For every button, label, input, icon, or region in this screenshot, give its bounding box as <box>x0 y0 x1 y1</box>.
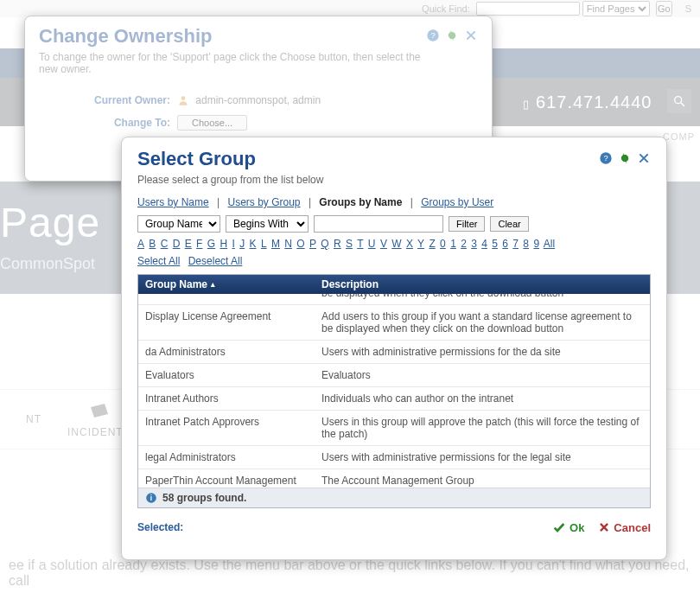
group-name-cell: da Administrators <box>138 346 315 358</box>
help-icon[interactable]: ? <box>599 151 613 168</box>
change-to-label: Change To: <box>73 117 177 129</box>
group-desc-cell: Users with administrative permissions fo… <box>315 451 650 463</box>
alpha-link-1[interactable]: 1 <box>450 238 456 250</box>
alpha-link-n[interactable]: N <box>284 238 292 250</box>
table-row[interactable]: legal AdministratorsUsers with administr… <box>138 445 650 469</box>
ok-label: Ok <box>570 521 584 534</box>
table-row[interactable]: Intranet Patch ApproversUsers in this gr… <box>138 410 650 445</box>
table-row[interactable]: Intranet AuthorsIndividuals who can auth… <box>138 386 650 410</box>
alpha-link-w[interactable]: W <box>391 238 401 250</box>
alpha-link-z[interactable]: Z <box>429 238 435 250</box>
group-name-cell: legal Administrators <box>138 451 315 463</box>
alpha-link-2[interactable]: 2 <box>461 238 467 250</box>
group-name-cell: Evaluators <box>138 369 315 381</box>
check-icon <box>552 520 566 534</box>
alpha-link-j[interactable]: J <box>239 238 245 250</box>
ownership-title: Change Ownership <box>39 25 426 48</box>
group-name-cell: Intranet Patch Approvers <box>138 416 315 440</box>
tab-groups-by-name[interactable]: Groups by Name <box>319 196 402 208</box>
alpha-link-x[interactable]: X <box>406 238 413 250</box>
group-desc-cell: Users with administrative permissions fo… <box>315 346 650 358</box>
alpha-link-t[interactable]: T <box>357 238 363 250</box>
refresh-icon[interactable] <box>618 151 632 168</box>
alpha-index: A B C D E F G H I J K L M N O P Q R S T … <box>137 238 651 250</box>
info-icon: i <box>145 492 157 504</box>
table-row[interactable]: be displayed when they click on the down… <box>138 294 650 304</box>
alpha-link-8[interactable]: 8 <box>523 238 529 250</box>
filter-op-select[interactable]: Begins With <box>226 215 309 233</box>
svg-text:i: i <box>150 494 152 502</box>
alpha-link-s[interactable]: S <box>346 238 353 250</box>
alpha-link-7[interactable]: 7 <box>512 238 519 250</box>
filter-field-select[interactable]: Group Name <box>137 215 220 233</box>
group-name-cell: Intranet Authors <box>138 392 315 405</box>
tab-groups-by-user[interactable]: Groups by User <box>421 196 493 208</box>
alpha-link-i[interactable]: I <box>232 238 235 250</box>
group-desc-cell: The Account Management Group <box>315 475 650 487</box>
alpha-link-0[interactable]: 0 <box>440 238 446 250</box>
group-desc-cell: Individuals who can author on the intran… <box>315 392 650 405</box>
alpha-link-o[interactable]: O <box>296 238 304 250</box>
group-subtitle: Please select a group from the list belo… <box>137 174 323 186</box>
alpha-link-6[interactable]: 6 <box>502 238 508 250</box>
choose-button[interactable]: Choose... <box>177 115 247 131</box>
svg-text:?: ? <box>430 31 435 40</box>
tab-users-by-group[interactable]: Users by Group <box>228 196 301 208</box>
deselect-all-link[interactable]: Deselect All <box>188 255 243 267</box>
filter-button[interactable]: Filter <box>449 216 485 232</box>
alpha-link-a[interactable]: A <box>137 238 144 250</box>
alpha-link-v[interactable]: V <box>380 238 387 250</box>
table-row[interactable]: EvaluatorsEvaluators <box>138 363 650 386</box>
alpha-link-h[interactable]: H <box>220 238 227 250</box>
selected-label: Selected: <box>137 521 183 533</box>
alpha-link-d[interactable]: D <box>173 238 181 250</box>
filter-text-input[interactable] <box>314 215 443 233</box>
grid-header: Group Name ▴ Description <box>138 275 650 294</box>
alpha-link-3[interactable]: 3 <box>471 238 477 250</box>
alpha-link-m[interactable]: M <box>271 238 280 250</box>
alpha-link-q[interactable]: Q <box>321 238 328 250</box>
table-row[interactable]: Display License AgreementAdd users to th… <box>138 304 650 340</box>
alpha-link-p[interactable]: P <box>309 238 316 250</box>
alpha-link-y[interactable]: Y <box>417 238 424 250</box>
alpha-link-f[interactable]: F <box>196 238 202 250</box>
group-name-cell: PaperThin Account Management <box>138 475 315 487</box>
close-icon[interactable] <box>464 29 478 45</box>
alpha-link-r[interactable]: R <box>334 238 341 250</box>
group-desc-cell: Add users to this group if you want a st… <box>315 310 650 335</box>
refresh-icon[interactable] <box>445 29 459 45</box>
col-header-description[interactable]: Description <box>315 278 650 290</box>
sort-asc-icon: ▴ <box>211 280 215 289</box>
group-title: Select Group <box>137 148 323 170</box>
alpha-link-g[interactable]: G <box>207 238 215 250</box>
table-row[interactable]: PaperThin Account ManagementThe Account … <box>138 469 650 488</box>
group-desc-cell: Users in this group will approve the pat… <box>315 416 650 440</box>
alpha-link-l[interactable]: L <box>261 238 267 250</box>
table-row[interactable]: da AdministratorsUsers with administrati… <box>138 340 650 363</box>
tab-users-by-name[interactable]: Users by Name <box>137 196 209 208</box>
current-owner-value: admin-commonspot, admin <box>195 94 321 106</box>
alpha-link-k[interactable]: K <box>250 238 257 250</box>
help-icon[interactable]: ? <box>426 29 440 45</box>
alpha-link-b[interactable]: B <box>149 238 156 250</box>
view-tabs: Users by Name | Users by Group | Groups … <box>137 196 651 208</box>
alpha-link-c[interactable]: C <box>161 238 169 250</box>
close-icon[interactable] <box>637 151 651 168</box>
select-group-dialog: Select Group Please select a group from … <box>121 137 667 560</box>
alpha-link-4[interactable]: 4 <box>481 238 487 250</box>
select-all-link[interactable]: Select All <box>137 255 180 267</box>
groups-grid: Group Name ▴ Description be displayed wh… <box>137 274 651 508</box>
user-icon <box>177 94 193 106</box>
alpha-link-u[interactable]: U <box>368 238 376 250</box>
alpha-link-e[interactable]: E <box>185 238 192 250</box>
col-header-group-name[interactable]: Group Name ▴ <box>138 278 315 290</box>
grid-body[interactable]: be displayed when they click on the down… <box>138 294 650 488</box>
cancel-button[interactable]: Cancel <box>598 520 651 534</box>
ok-button[interactable]: Ok <box>552 520 584 534</box>
group-desc-cell: Evaluators <box>315 369 650 381</box>
alpha-link-all[interactable]: All <box>544 238 555 250</box>
clear-button[interactable]: Clear <box>490 216 528 232</box>
current-owner-label: Current Owner: <box>73 94 177 106</box>
alpha-link-5[interactable]: 5 <box>492 238 498 250</box>
alpha-link-9[interactable]: 9 <box>533 238 539 250</box>
